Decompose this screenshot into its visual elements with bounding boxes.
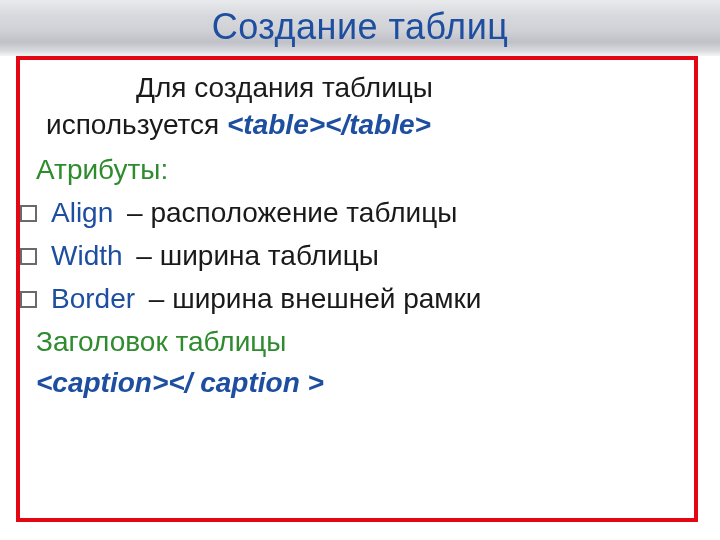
intro-line2: используется <table></table> (46, 107, 680, 144)
attr-name-border: Border (51, 283, 135, 314)
attr-desc-width: – ширина таблицы (136, 240, 378, 271)
intro-line1: Для создания таблицы (36, 70, 680, 107)
caption-label: Заголовок таблицы (36, 324, 680, 361)
attr-desc-align: – расположение таблицы (127, 197, 457, 228)
attributes-label: Атрибуты: (36, 152, 680, 189)
intro-line2-prefix: используется (46, 109, 227, 140)
intro-text: Для создания таблицы используется <table… (36, 70, 680, 144)
attr-row-border: Border – ширина внешней рамки (20, 279, 680, 318)
bullet-icon (20, 248, 37, 265)
attr-name-width: Width (51, 240, 123, 271)
bullet-icon (20, 291, 37, 308)
content-panel-wrap: Для создания таблицы используется <table… (16, 56, 698, 522)
attr-desc-border: – ширина внешней рамки (149, 283, 482, 314)
slide-title: Создание таблиц (0, 6, 720, 48)
table-tag: <table></table> (227, 109, 431, 140)
caption-tag: <caption></ caption > (36, 365, 680, 402)
attr-row-width: Width – ширина таблицы (20, 236, 680, 275)
bullet-icon (20, 205, 37, 222)
slide: Создание таблиц Для создания таблицы исп… (0, 0, 720, 540)
attr-row-align: Align – расположение таблицы (20, 193, 680, 232)
content-panel: Для создания таблицы используется <table… (16, 56, 698, 522)
attr-name-align: Align (51, 197, 113, 228)
